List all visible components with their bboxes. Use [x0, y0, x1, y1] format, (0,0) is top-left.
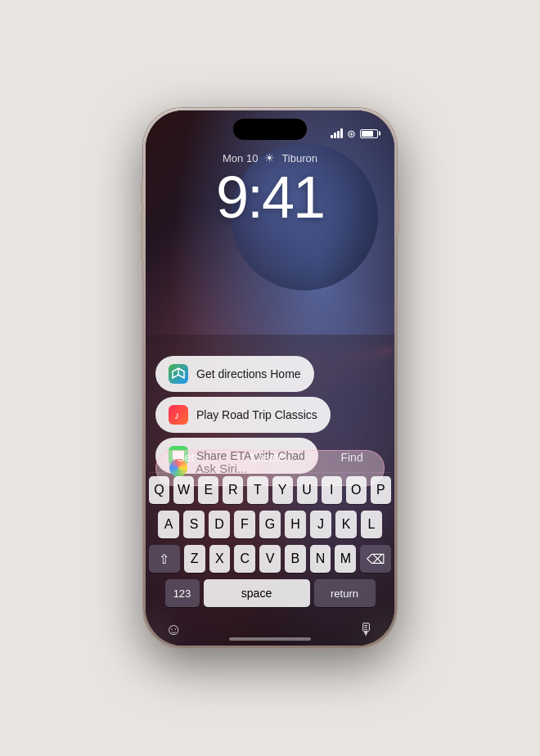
key-s[interactable]: S — [183, 511, 205, 538]
mic-icon[interactable]: 🎙 — [358, 620, 375, 639]
clock-display: 9:41 — [146, 168, 394, 227]
phone-frame: ⊛ Mon 10 ☀ Tiburon 9:41 — [143, 108, 397, 648]
key-r[interactable]: R — [223, 476, 243, 504]
kbd-create[interactable]: Create — [237, 448, 298, 467]
music-icon: ♪ — [169, 405, 188, 425]
keyboard-area: Set Create Find Q W E R T Y U I O P — [146, 443, 394, 646]
key-q[interactable]: Q — [149, 476, 169, 504]
music-text: Play Road Trip Classics — [196, 408, 317, 421]
key-y[interactable]: Y — [272, 476, 293, 504]
home-indicator — [229, 637, 311, 641]
key-n[interactable]: N — [310, 545, 331, 573]
suggestion-directions[interactable]: Get directions Home — [155, 356, 314, 392]
wifi-icon: ⊛ — [347, 128, 356, 140]
lock-screen-content: Mon 10 ☀ Tiburon 9:41 — [146, 151, 394, 227]
sun-icon: ☀ — [264, 151, 275, 164]
location-label: Tiburon — [281, 152, 317, 164]
key-c[interactable]: C — [234, 545, 255, 573]
key-z[interactable]: Z — [184, 545, 205, 573]
key-g[interactable]: G — [259, 511, 281, 538]
keyboard-suggestions-row: Set Create Find — [149, 443, 391, 473]
date-weather: Mon 10 ☀ Tiburon — [146, 151, 394, 164]
kbd-find[interactable]: Find — [327, 448, 376, 467]
key-123[interactable]: 123 — [165, 579, 200, 607]
suggestion-music[interactable]: ♪ Play Road Trip Classics — [155, 397, 331, 433]
signal-icon — [331, 128, 343, 138]
key-j[interactable]: J — [310, 511, 331, 538]
key-row-4: 123 space return — [149, 579, 391, 607]
battery-icon — [360, 129, 378, 138]
key-f[interactable]: F — [234, 511, 255, 538]
key-u[interactable]: U — [297, 476, 317, 504]
kbd-set[interactable]: Set — [164, 448, 207, 467]
emoji-icon[interactable]: ☺ — [165, 620, 182, 639]
key-d[interactable]: D — [209, 511, 230, 538]
key-row-2: A S D F G H J K L — [149, 511, 391, 538]
key-space[interactable]: space — [204, 579, 310, 607]
key-m[interactable]: M — [335, 545, 356, 573]
key-l[interactable]: L — [361, 511, 382, 538]
key-o[interactable]: O — [346, 476, 367, 504]
key-delete[interactable]: ⌫ — [360, 545, 391, 573]
key-row-1: Q W E R T Y U I O P — [149, 476, 391, 504]
key-return[interactable]: return — [314, 579, 376, 607]
key-a[interactable]: A — [158, 511, 179, 538]
key-v[interactable]: V — [259, 545, 281, 573]
maps-icon — [169, 364, 188, 384]
key-b[interactable]: B — [285, 545, 306, 573]
key-h[interactable]: H — [285, 511, 306, 538]
key-k[interactable]: K — [335, 511, 357, 538]
key-row-3: ⇧ Z X C V B N M ⌫ — [149, 545, 391, 573]
svg-text:♪: ♪ — [174, 409, 180, 421]
key-i[interactable]: I — [322, 476, 342, 504]
keyboard-rows: Q W E R T Y U I O P A S D F G — [149, 476, 391, 639]
directions-text: Get directions Home — [196, 367, 301, 380]
key-e[interactable]: E — [198, 476, 218, 504]
date-label: Mon 10 — [223, 152, 258, 164]
key-w[interactable]: W — [173, 476, 194, 504]
key-shift[interactable]: ⇧ — [149, 545, 180, 573]
dynamic-island — [233, 119, 307, 140]
key-p[interactable]: P — [371, 476, 391, 504]
key-x[interactable]: X — [209, 545, 231, 573]
phone-screen: ⊛ Mon 10 ☀ Tiburon 9:41 — [146, 110, 394, 646]
status-icons: ⊛ — [331, 128, 378, 140]
key-t[interactable]: T — [247, 476, 268, 504]
keyboard-bottom-bar: ☺ 🎙 — [149, 614, 391, 639]
